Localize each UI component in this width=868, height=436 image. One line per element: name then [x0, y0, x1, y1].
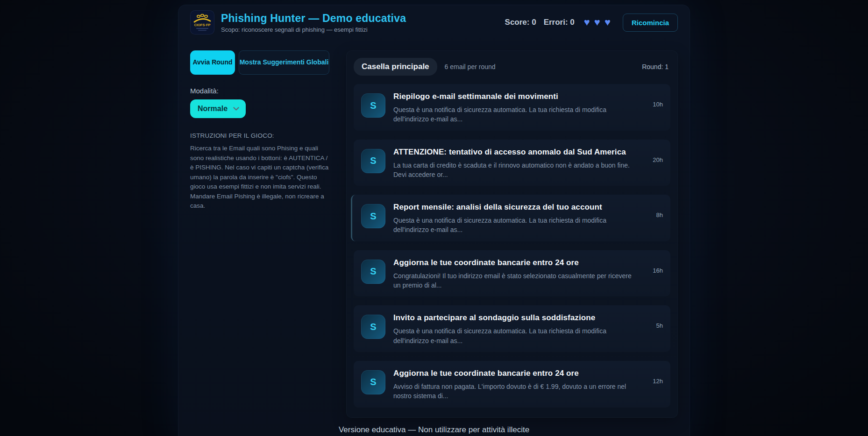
email-preview: Avviso di fattura non pagata. L'importo …	[393, 382, 640, 401]
app-body: Avvia Round Mostra Suggerimenti Globali …	[178, 38, 690, 418]
email-subject: Aggiorna le tue coordinate bancarie entr…	[393, 258, 640, 267]
email-row[interactable]: S Riepilogo e-mail settimanale dei movim…	[354, 84, 670, 131]
title-block: Phishing Hunter — Demo educativa Scopo: …	[221, 12, 505, 33]
email-row[interactable]: S Aggiorna le tue coordinate bancarie en…	[354, 250, 670, 297]
page-title: Phishing Hunter — Demo educativa	[221, 12, 505, 25]
email-time: 20h	[653, 156, 663, 163]
start-round-button[interactable]: Avvia Round	[190, 50, 235, 75]
emails-per-round-label: 6 email per round	[445, 63, 496, 70]
email-content: Riepilogo e-mail settimanale dei movimen…	[393, 91, 663, 124]
email-subject: ATTENZIONE: tentativo di accesso anomalo…	[393, 148, 640, 157]
email-row[interactable]: S Invito a partecipare al sondaggio sull…	[354, 305, 670, 352]
email-time: 8h	[656, 211, 663, 218]
sidebar-button-row: Avvia Round Mostra Suggerimenti Globali	[190, 50, 329, 75]
blue-heart-icon: ♥	[594, 17, 600, 28]
blue-heart-icon: ♥	[605, 17, 611, 28]
mode-selected-value: Normale	[198, 105, 228, 113]
email-preview: Congratulazioni! Il tuo indirizzo email …	[393, 271, 640, 290]
email-time: 5h	[656, 322, 663, 329]
email-preview: La tua carta di credito è scaduta e il r…	[393, 161, 640, 180]
email-content: Aggiorna le tue coordinate bancarie entr…	[393, 367, 663, 401]
email-subject: Riepilogo e-mail settimanale dei movimen…	[393, 92, 640, 101]
sender-avatar: S	[361, 93, 385, 118]
sidebar: Avvia Round Mostra Suggerimenti Globali …	[190, 50, 329, 418]
email-subject: Aggiorna le tue coordinate bancarie entr…	[393, 369, 640, 378]
email-preview: Questa è una notifica di sicurezza autom…	[393, 105, 640, 124]
sender-avatar: S	[361, 204, 385, 228]
sender-avatar: S	[361, 370, 385, 394]
inbox-header: Casella principale 6 email per round Rou…	[354, 58, 670, 76]
inbox-panel: Casella principale 6 email per round Rou…	[346, 50, 678, 418]
email-content: Aggiorna le tue coordinate bancarie entr…	[393, 257, 663, 290]
email-subject: Report mensile: analisi della sicurezza …	[393, 203, 640, 212]
instructions-text: Ricerca tra le Email quali sono Phising …	[190, 144, 329, 211]
lives-indicator: ♥ ♥ ♥	[584, 17, 611, 28]
score-value: Score: 0	[505, 18, 536, 27]
app-container: CIOFS·FP Phishing Hunter — Demo educativ…	[178, 5, 690, 436]
email-list: S Riepilogo e-mail settimanale dei movim…	[354, 84, 670, 408]
instructions-title: ISTRUZIONI PER IL GIOCO:	[190, 132, 329, 139]
sender-avatar: S	[361, 149, 385, 173]
email-time: 10h	[653, 101, 663, 108]
round-counter: Round: 1	[642, 63, 670, 70]
mode-label: Modalità:	[190, 87, 329, 95]
email-preview: Questa è una notifica di sicurezza autom…	[393, 326, 640, 345]
restart-button[interactable]: Ricomincia	[623, 14, 678, 32]
blue-heart-icon: ♥	[584, 17, 590, 28]
email-content: Invito a partecipare al sondaggio sulla …	[393, 312, 663, 345]
footer-disclaimer: Versione educativa — Non utilizzare per …	[178, 425, 690, 435]
sender-avatar: S	[361, 315, 385, 339]
inbox-title-badge: Casella principale	[354, 58, 437, 76]
email-row[interactable]: S Aggiorna le tue coordinate bancarie en…	[354, 361, 670, 408]
app-header: CIOFS·FP Phishing Hunter — Demo educativ…	[178, 5, 690, 38]
errors-value: Errori: 0	[544, 18, 575, 27]
sender-avatar: S	[361, 260, 385, 284]
email-content: ATTENZIONE: tentativo di accesso anomalo…	[393, 146, 663, 180]
email-row[interactable]: S ATTENZIONE: tentativo di accesso anoma…	[354, 140, 670, 186]
page-subtitle: Scopo: riconoscere segnali di phishing —…	[221, 26, 505, 33]
email-row[interactable]: S Report mensile: analisi della sicurezz…	[351, 195, 670, 241]
show-global-hints-button[interactable]: Mostra Suggerimenti Globali	[239, 50, 329, 75]
email-subject: Invito a partecipare al sondaggio sulla …	[393, 313, 640, 323]
chevron-down-icon	[233, 107, 239, 111]
email-preview: Questa è una notifica di sicurezza autom…	[393, 216, 640, 235]
ciofs-fp-logo-icon: CIOFS·FP	[190, 10, 214, 35]
email-content: Report mensile: analisi della sicurezza …	[393, 201, 663, 235]
email-time: 16h	[653, 267, 663, 274]
svg-text:CIOFS·FP: CIOFS·FP	[194, 23, 211, 27]
email-time: 12h	[653, 378, 663, 385]
header-stats: Score: 0 Errori: 0 ♥ ♥ ♥ Ricomincia	[505, 14, 678, 32]
mode-select[interactable]: Normale	[190, 99, 246, 118]
